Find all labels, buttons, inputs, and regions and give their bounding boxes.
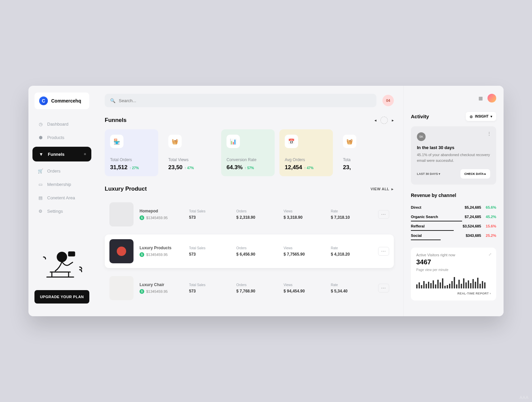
sidebar-item-settings[interactable]: ⚙Settings [28,204,95,218]
activity-title: Activity [411,114,429,119]
visitors-value: 3467 [416,258,491,266]
sidebar-item-products[interactable]: ⬢Products [28,131,95,144]
activity-period[interactable]: LAST 30 DAYS ▾ [417,172,440,176]
settings-icon: ⚙ [38,208,43,214]
check-data-button[interactable]: CHECK DATA ▸ [460,169,490,179]
products-title: Luxury Product [105,186,147,192]
product-more-icon[interactable]: ⋯ [378,247,389,256]
visitors-card: ⤢ Active Visitors right now 3467 Page vi… [411,248,496,300]
products-section: Luxury Product VIEW ALL ▸ Homepod$$13454… [105,186,394,305]
brand-name: Commercehq [51,98,81,104]
revenue-row: Social$343,68525.2% [411,231,496,240]
funnels-icon: ▼ [38,151,44,157]
sidebar-item-funnels[interactable]: ▼Funnels [32,147,91,161]
main: 🔍 04 Funnels ◂ ▸ 🏪 Total Orders 31,512↑ … [95,86,403,316]
dashboard-icon: ◷ [38,121,43,127]
revenue-row: Organic Search$7,24,68545.2% [411,212,496,221]
card-icon: 📊 [227,135,240,148]
revenue-row: Refferal$3,524,68515.6% [411,221,496,231]
insight-button[interactable]: ◎ INSIGHT ▾ [466,112,496,121]
sidebar-item-orders[interactable]: 🛒Orders [28,164,95,178]
conetent area-icon: ▤ [38,195,43,200]
funnel-card-0[interactable]: 🏪 Total Orders 31,512↑ 27% [105,129,158,176]
view-all-link[interactable]: VIEW ALL ▸ [370,187,394,191]
search-box[interactable]: 🔍 [105,94,376,107]
product-list: Homepod$$1345459.95 Total Sales573 Order… [105,198,394,305]
product-more-icon[interactable]: ⋯ [378,210,389,219]
membership-icon: ▭ [38,182,43,187]
revenue-row: Direct$5,24,68565.6% [411,203,496,212]
svg-rect-1 [69,252,75,256]
topbar: 🔍 04 [105,94,394,107]
right-panel: ▦ Activity ◎ INSIGHT ▾ ⋮ SK In the last … [403,86,504,316]
svg-point-0 [57,252,67,262]
pager-next[interactable]: ▸ [392,118,394,123]
upgrade-button[interactable]: UPGRADE YOUR PLAN [34,290,89,304]
activity-headline: In the last 30 days [417,145,490,150]
brand-mark: C [39,96,48,105]
activity-menu-icon[interactable]: ⋮ [487,131,492,136]
user-avatar[interactable] [487,94,496,103]
revenue-list: Direct$5,24,68565.6%Organic Search$7,24,… [411,203,496,240]
product-image [109,202,134,226]
visitors-sub: Page view per minute [416,268,491,272]
product-row[interactable]: Luxury Products$$1345459.95 Total Sales5… [105,234,394,268]
funnel-card-1[interactable]: 🧺 Total Views 23,50↑ 47% [163,129,216,176]
search-icon: 🔍 [110,98,115,103]
card-icon: 🏪 [110,135,123,148]
watermark: AAA [520,395,529,400]
activity-card: ⋮ SK In the last 30 days 45.1% of your a… [411,126,496,185]
card-icon: 🧺 [343,135,356,148]
product-row[interactable]: Homepod$$1345459.95 Total Sales573 Order… [105,198,394,231]
nav: ◷Dashboard⬢Products▼Funnels🛒Orders▭Membe… [28,117,95,218]
product-row[interactable]: Luxury Chair$$1345459.95 Total Sales573 … [105,271,394,305]
pager-prev[interactable]: ◂ [374,118,376,123]
search-input[interactable] [119,98,371,103]
sidebar: C Commercehq ◷Dashboard⬢Products▼Funnels… [28,86,95,316]
activity-avatar: SK [417,132,426,141]
brand-card: C Commercehq [34,92,89,109]
card-icon: 📅 [285,135,298,148]
app-shell: C Commercehq ◷Dashboard⬢Products▼Funnels… [28,86,504,316]
orders-icon: 🛒 [38,168,43,174]
product-image [109,239,134,263]
funnels-title: Funnels [105,117,126,124]
funnels-pager: ◂ ▸ [374,117,394,124]
visitors-label: Active Visitors right now [416,253,491,257]
funnel-card-4[interactable]: 🧺 Tota 23, [338,129,391,176]
product-more-icon[interactable]: ⋯ [378,284,389,292]
apps-icon[interactable]: ▦ [478,95,483,101]
products-icon: ⬢ [38,135,43,140]
funnels-header: Funnels ◂ ▸ [105,117,394,124]
notification-badge[interactable]: 04 [382,95,394,106]
revenue-title: Revenue by channel [411,193,496,198]
expand-icon[interactable]: ⤢ [489,252,492,257]
activity-body: 45.1% of your abandoned checkout recover… [417,152,490,163]
sidebar-item-dashboard[interactable]: ◷Dashboard [28,117,95,131]
funnel-card-2[interactable]: 📊 Conversion Rate 64.3%↑ 57% [221,129,275,176]
product-image [109,276,134,300]
pager-indicator [380,117,388,124]
sidebar-illustration [34,232,89,285]
sidebar-item-conetent-area[interactable]: ▤Conetent Area [28,191,95,204]
funnel-cards: 🏪 Total Orders 31,512↑ 27%🧺 Total Views … [105,129,394,176]
realtime-report-link[interactable]: REAL-TIME REPORT › [416,292,491,295]
visitors-sparkline [416,275,491,288]
funnel-card-3[interactable]: 📅 Avg Orders 12,454↑ 47% [279,129,333,176]
sidebar-item-membership[interactable]: ▭Membership [28,178,95,191]
card-icon: 🧺 [168,135,182,148]
